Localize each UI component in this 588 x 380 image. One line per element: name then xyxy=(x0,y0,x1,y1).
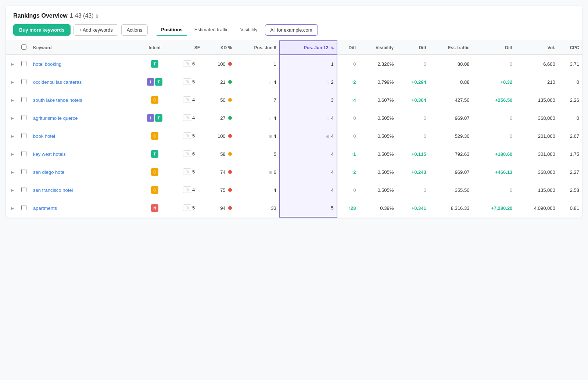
add-keywords-button[interactable]: + Add keywords xyxy=(74,24,118,36)
row-checkbox[interactable] xyxy=(21,79,26,84)
expand-button[interactable]: ▶ xyxy=(10,133,15,139)
link-icon: ⊕ xyxy=(326,134,330,139)
expand-button[interactable]: ▶ xyxy=(10,187,15,193)
keyword-link[interactable]: key west hotels xyxy=(33,151,66,157)
row-checkbox[interactable] xyxy=(21,169,26,174)
domain-filter-button[interactable]: All for example.com xyxy=(265,24,318,36)
kd-cell: 75 xyxy=(203,181,235,199)
keyword-link[interactable]: occidental las canteras xyxy=(33,79,82,85)
row-checkbox[interactable] xyxy=(21,115,26,120)
pos-jun6-cell: ⊕ 6 xyxy=(235,163,279,181)
tab-visibility[interactable]: Visibility xyxy=(236,24,262,36)
visibility-cell: 0.505% xyxy=(359,145,397,163)
actions-button[interactable]: Actions xyxy=(121,24,148,36)
est-diff-value: 0 xyxy=(510,187,512,193)
est-diff-cell: 0 xyxy=(472,127,515,145)
pos-jun12-cell: 4 xyxy=(280,145,337,163)
visibility-cell: 0.505% xyxy=(359,109,397,127)
vis-diff-cell: 0 xyxy=(397,181,429,199)
vol-cell: 368,000 xyxy=(515,109,558,127)
row-checkbox[interactable] xyxy=(21,133,26,138)
vis-diff-value: 0 xyxy=(423,133,426,139)
vis-diff-cell: 0 xyxy=(397,127,429,145)
expand-button[interactable]: ▶ xyxy=(10,61,15,67)
vis-diff-value: +0.364 xyxy=(412,97,426,103)
cpc-cell: 2.27 xyxy=(558,163,582,181)
row-checkbox[interactable] xyxy=(21,205,26,210)
checkbox-cell xyxy=(18,163,30,181)
keyword-link[interactable]: san francisco hotel xyxy=(33,187,73,193)
intent-badge-c: C xyxy=(151,96,158,104)
row-checkbox[interactable] xyxy=(21,187,26,192)
row-checkbox[interactable] xyxy=(21,151,26,156)
kd-dot xyxy=(228,62,232,66)
vis-diff-value: +0.243 xyxy=(412,169,426,175)
pos-jun12-cell: 4 xyxy=(280,163,337,181)
pos-jun12-cell: 5 xyxy=(280,199,337,217)
col-header-pos-jun12[interactable]: Pos. Jun 12 ⇅ xyxy=(280,41,337,55)
expand-cell: ▶ xyxy=(6,55,18,73)
col-header-keyword: Keyword xyxy=(30,41,135,55)
intent-cell: IT xyxy=(135,73,175,91)
intent-badge-t: T xyxy=(151,60,158,68)
sf-cell: ⊞ 4 xyxy=(175,181,203,198)
keyword-link[interactable]: san diego hotel xyxy=(33,169,65,175)
tab-estimated-traffic[interactable]: Estimated traffic xyxy=(190,24,233,36)
row-checkbox[interactable] xyxy=(21,97,26,102)
col-header-cpc: CPC xyxy=(558,41,582,55)
sf-icon: ⊞ xyxy=(183,150,191,157)
diff-cell: ↑2 xyxy=(337,73,359,91)
buy-keywords-button[interactable]: Buy more keywords xyxy=(13,24,71,36)
select-all-checkbox[interactable] xyxy=(21,44,26,50)
sf-icon: ⊞ xyxy=(183,114,191,121)
kd-dot xyxy=(228,170,232,174)
checkbox-cell xyxy=(18,73,30,91)
keyword-cell: key west hotels xyxy=(30,145,135,163)
keyword-link[interactable]: apartments xyxy=(33,205,57,211)
vol-cell: 301,000 xyxy=(515,145,558,163)
visibility-cell: 0.505% xyxy=(359,163,397,181)
kd-cell: 58 xyxy=(203,145,235,163)
expand-button[interactable]: ▶ xyxy=(10,97,15,103)
vis-diff-cell: +0.364 xyxy=(397,91,429,109)
row-checkbox[interactable] xyxy=(21,61,26,66)
est-diff-value: 0 xyxy=(510,133,512,139)
diff-value: ↑2 xyxy=(351,169,356,175)
expand-button[interactable]: ▶ xyxy=(10,79,15,85)
diff-cell: 0 xyxy=(337,181,359,199)
expand-button[interactable]: ▶ xyxy=(10,205,15,211)
keyword-cell: apartments xyxy=(30,199,135,217)
keyword-link[interactable]: agriturismo le querce xyxy=(33,115,78,121)
info-icon[interactable]: ℹ xyxy=(96,13,98,19)
kd-dot xyxy=(228,206,232,210)
expand-button[interactable]: ▶ xyxy=(10,115,15,121)
star-icon: ☆ xyxy=(326,80,330,85)
cpc-cell: 0 xyxy=(558,109,582,127)
intent-cell: C xyxy=(135,127,175,145)
sf-cell: ⊞ 5 xyxy=(175,127,203,144)
keyword-cell: occidental las canteras xyxy=(30,73,135,91)
cpc-cell: 1.75 xyxy=(558,145,582,163)
toolbar: Buy more keywords + Add keywords Actions… xyxy=(13,24,575,36)
panel-title-row: Rankings Overview 1-43 (43) ℹ xyxy=(13,12,575,19)
sf-cell: ⊞ 5 xyxy=(175,73,203,90)
keyword-link[interactable]: south lake tahoe hotels xyxy=(33,97,82,103)
pos-jun12-cell: ☆ 2 xyxy=(280,73,337,91)
tab-positions[interactable]: Positions xyxy=(157,24,187,36)
expand-button[interactable]: ▶ xyxy=(10,151,15,157)
vis-diff-value: 0 xyxy=(423,115,426,121)
expand-button[interactable]: ▶ xyxy=(10,169,15,175)
cpc-cell: 0 xyxy=(558,73,582,91)
est-diff-cell: 0 xyxy=(472,181,515,199)
keyword-link[interactable]: book hotel xyxy=(33,133,55,139)
table-row: ▶key west hotelsT⊞ 658 54↑10.505%+0.1157… xyxy=(6,145,582,163)
visibility-cell: 0.505% xyxy=(359,181,397,199)
table-row: ▶san francisco hotelC⊞ 475 4400.505%0355… xyxy=(6,181,582,199)
est-traffic-cell: 80.08 xyxy=(429,55,473,73)
keyword-link[interactable]: hotel booking xyxy=(33,61,61,67)
diff-value: 0 xyxy=(353,115,356,121)
est-traffic-cell: 355.50 xyxy=(429,181,473,199)
est-diff-value: 0 xyxy=(510,61,512,67)
checkbox-cell xyxy=(18,109,30,127)
cpc-cell: 2.67 xyxy=(558,127,582,145)
